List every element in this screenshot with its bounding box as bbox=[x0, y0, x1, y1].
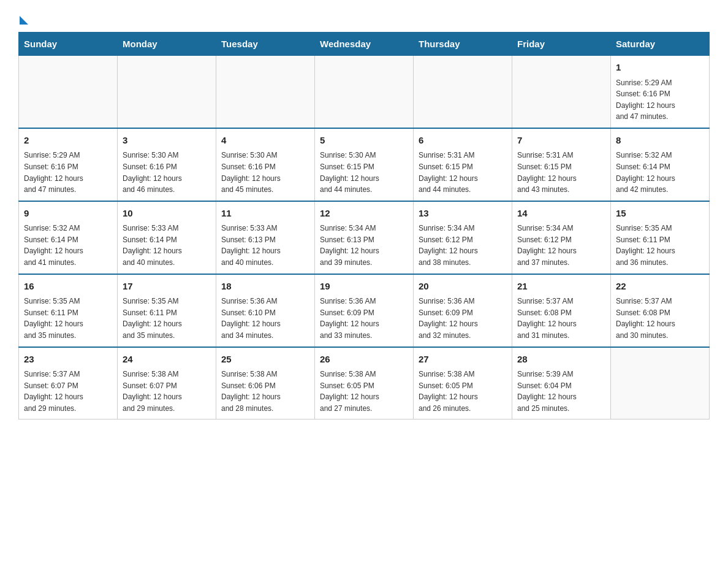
day-number: 19 bbox=[320, 280, 408, 294]
calendar-week-row: 2Sunrise: 5:29 AM Sunset: 6:16 PM Daylig… bbox=[19, 128, 710, 201]
day-number: 24 bbox=[123, 353, 211, 367]
day-number: 27 bbox=[419, 353, 507, 367]
calendar-day-cell: 26Sunrise: 5:38 AM Sunset: 6:05 PM Dayli… bbox=[315, 347, 414, 419]
day-info: Sunrise: 5:34 AM Sunset: 6:12 PM Dayligh… bbox=[419, 223, 507, 268]
day-number: 13 bbox=[419, 207, 507, 221]
day-info: Sunrise: 5:31 AM Sunset: 6:15 PM Dayligh… bbox=[517, 150, 605, 195]
day-number: 21 bbox=[517, 280, 605, 294]
calendar-day-cell: 24Sunrise: 5:38 AM Sunset: 6:07 PM Dayli… bbox=[118, 347, 216, 419]
calendar-day-cell: 10Sunrise: 5:33 AM Sunset: 6:14 PM Dayli… bbox=[118, 201, 216, 274]
day-info: Sunrise: 5:30 AM Sunset: 6:16 PM Dayligh… bbox=[221, 150, 309, 195]
calendar-day-cell bbox=[118, 56, 216, 128]
day-of-week-header: Friday bbox=[512, 33, 611, 56]
calendar-day-cell: 12Sunrise: 5:34 AM Sunset: 6:13 PM Dayli… bbox=[315, 201, 414, 274]
day-number: 5 bbox=[320, 134, 408, 148]
calendar-week-row: 9Sunrise: 5:32 AM Sunset: 6:14 PM Daylig… bbox=[19, 201, 710, 274]
calendar-day-cell: 1Sunrise: 5:29 AM Sunset: 6:16 PM Daylig… bbox=[611, 56, 710, 128]
day-number: 23 bbox=[24, 353, 112, 367]
day-info: Sunrise: 5:30 AM Sunset: 6:16 PM Dayligh… bbox=[123, 150, 211, 195]
day-info: Sunrise: 5:29 AM Sunset: 6:16 PM Dayligh… bbox=[616, 77, 704, 123]
calendar-day-cell: 13Sunrise: 5:34 AM Sunset: 6:12 PM Dayli… bbox=[414, 201, 512, 274]
day-info: Sunrise: 5:33 AM Sunset: 6:13 PM Dayligh… bbox=[221, 223, 309, 268]
day-number: 8 bbox=[616, 134, 704, 148]
day-of-week-header: Thursday bbox=[414, 33, 512, 56]
day-info: Sunrise: 5:29 AM Sunset: 6:16 PM Dayligh… bbox=[24, 150, 112, 195]
day-of-week-header: Saturday bbox=[611, 33, 710, 56]
calendar-day-cell bbox=[315, 56, 414, 128]
calendar-day-cell: 6Sunrise: 5:31 AM Sunset: 6:15 PM Daylig… bbox=[414, 128, 512, 201]
day-info: Sunrise: 5:38 AM Sunset: 6:06 PM Dayligh… bbox=[221, 369, 309, 414]
day-number: 12 bbox=[320, 207, 408, 221]
calendar-day-cell: 4Sunrise: 5:30 AM Sunset: 6:16 PM Daylig… bbox=[216, 128, 315, 201]
day-number: 15 bbox=[616, 207, 704, 221]
calendar-day-cell: 28Sunrise: 5:39 AM Sunset: 6:04 PM Dayli… bbox=[512, 347, 611, 419]
calendar-day-cell: 22Sunrise: 5:37 AM Sunset: 6:08 PM Dayli… bbox=[611, 274, 710, 347]
day-info: Sunrise: 5:35 AM Sunset: 6:11 PM Dayligh… bbox=[123, 296, 211, 341]
day-info: Sunrise: 5:34 AM Sunset: 6:12 PM Dayligh… bbox=[517, 223, 605, 268]
calendar-day-cell: 5Sunrise: 5:30 AM Sunset: 6:15 PM Daylig… bbox=[315, 128, 414, 201]
day-info: Sunrise: 5:39 AM Sunset: 6:04 PM Dayligh… bbox=[517, 369, 605, 414]
logo-triangle-icon bbox=[20, 16, 28, 25]
day-info: Sunrise: 5:31 AM Sunset: 6:15 PM Dayligh… bbox=[419, 150, 507, 195]
calendar-day-cell: 7Sunrise: 5:31 AM Sunset: 6:15 PM Daylig… bbox=[512, 128, 611, 201]
calendar-table: SundayMondayTuesdayWednesdayThursdayFrid… bbox=[18, 32, 710, 419]
day-number: 1 bbox=[616, 61, 704, 75]
calendar-day-cell: 17Sunrise: 5:35 AM Sunset: 6:11 PM Dayli… bbox=[118, 274, 216, 347]
day-of-week-header: Monday bbox=[118, 33, 216, 56]
day-info: Sunrise: 5:36 AM Sunset: 6:10 PM Dayligh… bbox=[221, 296, 309, 341]
calendar-day-cell: 14Sunrise: 5:34 AM Sunset: 6:12 PM Dayli… bbox=[512, 201, 611, 274]
calendar-day-cell: 11Sunrise: 5:33 AM Sunset: 6:13 PM Dayli… bbox=[216, 201, 315, 274]
calendar-day-cell: 27Sunrise: 5:38 AM Sunset: 6:05 PM Dayli… bbox=[414, 347, 512, 419]
day-info: Sunrise: 5:32 AM Sunset: 6:14 PM Dayligh… bbox=[24, 223, 112, 268]
day-number: 6 bbox=[419, 134, 507, 148]
calendar-week-row: 23Sunrise: 5:37 AM Sunset: 6:07 PM Dayli… bbox=[19, 347, 710, 419]
calendar-day-cell bbox=[216, 56, 315, 128]
calendar-day-cell: 19Sunrise: 5:36 AM Sunset: 6:09 PM Dayli… bbox=[315, 274, 414, 347]
day-number: 14 bbox=[517, 207, 605, 221]
calendar-week-row: 16Sunrise: 5:35 AM Sunset: 6:11 PM Dayli… bbox=[19, 274, 710, 347]
calendar-header-row: SundayMondayTuesdayWednesdayThursdayFrid… bbox=[19, 33, 710, 56]
day-info: Sunrise: 5:36 AM Sunset: 6:09 PM Dayligh… bbox=[419, 296, 507, 341]
day-number: 3 bbox=[123, 134, 211, 148]
day-number: 7 bbox=[517, 134, 605, 148]
calendar-day-cell: 21Sunrise: 5:37 AM Sunset: 6:08 PM Dayli… bbox=[512, 274, 611, 347]
day-number: 10 bbox=[123, 207, 211, 221]
logo bbox=[18, 12, 28, 22]
calendar-day-cell: 15Sunrise: 5:35 AM Sunset: 6:11 PM Dayli… bbox=[611, 201, 710, 274]
calendar-day-cell bbox=[414, 56, 512, 128]
day-number: 26 bbox=[320, 353, 408, 367]
day-number: 4 bbox=[221, 134, 309, 148]
day-info: Sunrise: 5:37 AM Sunset: 6:08 PM Dayligh… bbox=[517, 296, 605, 341]
calendar-day-cell: 23Sunrise: 5:37 AM Sunset: 6:07 PM Dayli… bbox=[19, 347, 118, 419]
day-info: Sunrise: 5:35 AM Sunset: 6:11 PM Dayligh… bbox=[616, 223, 704, 268]
day-number: 20 bbox=[419, 280, 507, 294]
day-number: 2 bbox=[24, 134, 112, 148]
page-header bbox=[18, 12, 710, 22]
day-info: Sunrise: 5:38 AM Sunset: 6:05 PM Dayligh… bbox=[320, 369, 408, 414]
day-info: Sunrise: 5:38 AM Sunset: 6:07 PM Dayligh… bbox=[123, 369, 211, 414]
day-info: Sunrise: 5:35 AM Sunset: 6:11 PM Dayligh… bbox=[24, 296, 112, 341]
day-number: 17 bbox=[123, 280, 211, 294]
calendar-day-cell: 3Sunrise: 5:30 AM Sunset: 6:16 PM Daylig… bbox=[118, 128, 216, 201]
calendar-day-cell: 16Sunrise: 5:35 AM Sunset: 6:11 PM Dayli… bbox=[19, 274, 118, 347]
calendar-day-cell: 2Sunrise: 5:29 AM Sunset: 6:16 PM Daylig… bbox=[19, 128, 118, 201]
day-of-week-header: Sunday bbox=[19, 33, 118, 56]
day-number: 9 bbox=[24, 207, 112, 221]
day-number: 28 bbox=[517, 353, 605, 367]
calendar-day-cell bbox=[512, 56, 611, 128]
calendar-day-cell: 18Sunrise: 5:36 AM Sunset: 6:10 PM Dayli… bbox=[216, 274, 315, 347]
day-of-week-header: Tuesday bbox=[216, 33, 315, 56]
day-number: 16 bbox=[24, 280, 112, 294]
calendar-day-cell: 25Sunrise: 5:38 AM Sunset: 6:06 PM Dayli… bbox=[216, 347, 315, 419]
day-of-week-header: Wednesday bbox=[315, 33, 414, 56]
calendar-day-cell bbox=[611, 347, 710, 419]
day-number: 22 bbox=[616, 280, 704, 294]
calendar-week-row: 1Sunrise: 5:29 AM Sunset: 6:16 PM Daylig… bbox=[19, 56, 710, 128]
calendar-day-cell: 20Sunrise: 5:36 AM Sunset: 6:09 PM Dayli… bbox=[414, 274, 512, 347]
day-info: Sunrise: 5:34 AM Sunset: 6:13 PM Dayligh… bbox=[320, 223, 408, 268]
day-info: Sunrise: 5:32 AM Sunset: 6:14 PM Dayligh… bbox=[616, 150, 704, 195]
day-info: Sunrise: 5:33 AM Sunset: 6:14 PM Dayligh… bbox=[123, 223, 211, 268]
calendar-day-cell bbox=[19, 56, 118, 128]
day-info: Sunrise: 5:38 AM Sunset: 6:05 PM Dayligh… bbox=[419, 369, 507, 414]
day-info: Sunrise: 5:36 AM Sunset: 6:09 PM Dayligh… bbox=[320, 296, 408, 341]
